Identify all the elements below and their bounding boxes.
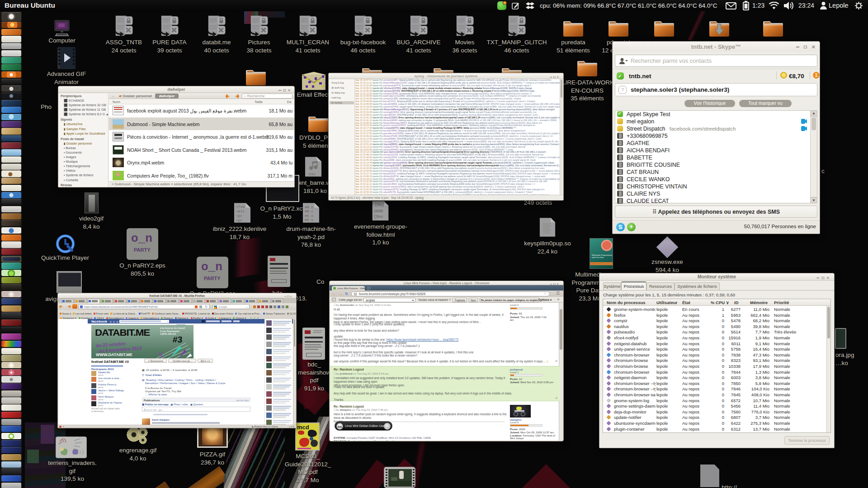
svg-text:<pr: <pr <box>236 218 243 222</box>
svg-text:<?xm: <?xm <box>236 205 245 209</box>
svg-text:<pr: <pr <box>236 214 243 218</box>
svg-text:<mlt: <mlt <box>236 209 245 213</box>
svg-text:[Où]: [Où] <box>375 203 384 207</box>
svg-text:GRRR: GRRR <box>374 209 383 214</box>
svg-text:wav: wav <box>308 172 316 176</box>
svg-text:[Des: [Des <box>374 215 383 219</box>
